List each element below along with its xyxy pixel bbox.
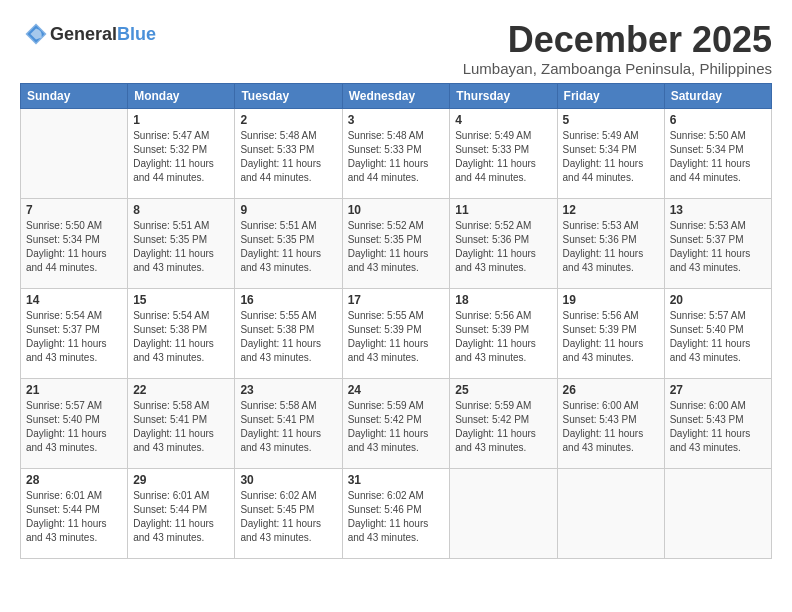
calendar-cell: 3Sunrise: 5:48 AMSunset: 5:33 PMDaylight…	[342, 108, 450, 198]
calendar-cell: 23Sunrise: 5:58 AMSunset: 5:41 PMDayligh…	[235, 378, 342, 468]
day-info: Sunrise: 5:57 AMSunset: 5:40 PMDaylight:…	[26, 399, 122, 455]
day-info: Sunrise: 6:01 AMSunset: 5:44 PMDaylight:…	[133, 489, 229, 545]
calendar-cell: 17Sunrise: 5:55 AMSunset: 5:39 PMDayligh…	[342, 288, 450, 378]
day-info: Sunrise: 5:50 AMSunset: 5:34 PMDaylight:…	[670, 129, 766, 185]
calendar-week-row: 28Sunrise: 6:01 AMSunset: 5:44 PMDayligh…	[21, 468, 772, 558]
day-info: Sunrise: 5:59 AMSunset: 5:42 PMDaylight:…	[348, 399, 445, 455]
day-number: 24	[348, 383, 445, 397]
day-info: Sunrise: 5:53 AMSunset: 5:37 PMDaylight:…	[670, 219, 766, 275]
calendar-table: SundayMondayTuesdayWednesdayThursdayFrid…	[20, 83, 772, 559]
day-info: Sunrise: 5:47 AMSunset: 5:32 PMDaylight:…	[133, 129, 229, 185]
page-header: GeneralBlue December 2025 Lumbayan, Zamb…	[20, 20, 772, 77]
day-number: 16	[240, 293, 336, 307]
calendar-cell: 9Sunrise: 5:51 AMSunset: 5:35 PMDaylight…	[235, 198, 342, 288]
day-number: 11	[455, 203, 551, 217]
day-info: Sunrise: 5:59 AMSunset: 5:42 PMDaylight:…	[455, 399, 551, 455]
calendar-cell: 1Sunrise: 5:47 AMSunset: 5:32 PMDaylight…	[128, 108, 235, 198]
day-info: Sunrise: 5:51 AMSunset: 5:35 PMDaylight:…	[240, 219, 336, 275]
day-info: Sunrise: 5:55 AMSunset: 5:39 PMDaylight:…	[348, 309, 445, 365]
calendar-cell: 10Sunrise: 5:52 AMSunset: 5:35 PMDayligh…	[342, 198, 450, 288]
day-info: Sunrise: 5:49 AMSunset: 5:33 PMDaylight:…	[455, 129, 551, 185]
month-year-title: December 2025	[463, 20, 772, 60]
logo-icon	[22, 20, 50, 48]
day-info: Sunrise: 5:48 AMSunset: 5:33 PMDaylight:…	[240, 129, 336, 185]
day-info: Sunrise: 5:50 AMSunset: 5:34 PMDaylight:…	[26, 219, 122, 275]
calendar-cell: 24Sunrise: 5:59 AMSunset: 5:42 PMDayligh…	[342, 378, 450, 468]
day-number: 28	[26, 473, 122, 487]
weekday-header-wednesday: Wednesday	[342, 83, 450, 108]
logo-general-text: General	[50, 24, 117, 44]
calendar-cell	[557, 468, 664, 558]
day-info: Sunrise: 5:52 AMSunset: 5:36 PMDaylight:…	[455, 219, 551, 275]
day-number: 5	[563, 113, 659, 127]
day-info: Sunrise: 6:00 AMSunset: 5:43 PMDaylight:…	[670, 399, 766, 455]
location-subtitle: Lumbayan, Zamboanga Peninsula, Philippin…	[463, 60, 772, 77]
calendar-cell	[664, 468, 771, 558]
calendar-cell: 22Sunrise: 5:58 AMSunset: 5:41 PMDayligh…	[128, 378, 235, 468]
calendar-cell: 20Sunrise: 5:57 AMSunset: 5:40 PMDayligh…	[664, 288, 771, 378]
day-info: Sunrise: 5:57 AMSunset: 5:40 PMDaylight:…	[670, 309, 766, 365]
calendar-cell: 8Sunrise: 5:51 AMSunset: 5:35 PMDaylight…	[128, 198, 235, 288]
day-info: Sunrise: 5:58 AMSunset: 5:41 PMDaylight:…	[240, 399, 336, 455]
calendar-week-row: 14Sunrise: 5:54 AMSunset: 5:37 PMDayligh…	[21, 288, 772, 378]
calendar-cell: 19Sunrise: 5:56 AMSunset: 5:39 PMDayligh…	[557, 288, 664, 378]
day-number: 25	[455, 383, 551, 397]
calendar-cell: 11Sunrise: 5:52 AMSunset: 5:36 PMDayligh…	[450, 198, 557, 288]
day-info: Sunrise: 5:53 AMSunset: 5:36 PMDaylight:…	[563, 219, 659, 275]
day-number: 2	[240, 113, 336, 127]
day-number: 14	[26, 293, 122, 307]
logo-blue-text: Blue	[117, 24, 156, 44]
day-info: Sunrise: 5:56 AMSunset: 5:39 PMDaylight:…	[455, 309, 551, 365]
logo: GeneralBlue	[20, 20, 156, 48]
calendar-cell: 29Sunrise: 6:01 AMSunset: 5:44 PMDayligh…	[128, 468, 235, 558]
calendar-cell: 27Sunrise: 6:00 AMSunset: 5:43 PMDayligh…	[664, 378, 771, 468]
day-info: Sunrise: 5:49 AMSunset: 5:34 PMDaylight:…	[563, 129, 659, 185]
day-info: Sunrise: 5:58 AMSunset: 5:41 PMDaylight:…	[133, 399, 229, 455]
weekday-header-sunday: Sunday	[21, 83, 128, 108]
day-number: 27	[670, 383, 766, 397]
weekday-header-saturday: Saturday	[664, 83, 771, 108]
calendar-cell: 25Sunrise: 5:59 AMSunset: 5:42 PMDayligh…	[450, 378, 557, 468]
calendar-cell	[450, 468, 557, 558]
calendar-cell: 15Sunrise: 5:54 AMSunset: 5:38 PMDayligh…	[128, 288, 235, 378]
day-number: 31	[348, 473, 445, 487]
day-number: 29	[133, 473, 229, 487]
weekday-header-tuesday: Tuesday	[235, 83, 342, 108]
day-number: 20	[670, 293, 766, 307]
day-number: 3	[348, 113, 445, 127]
day-number: 4	[455, 113, 551, 127]
day-number: 15	[133, 293, 229, 307]
weekday-header-row: SundayMondayTuesdayWednesdayThursdayFrid…	[21, 83, 772, 108]
calendar-cell: 16Sunrise: 5:55 AMSunset: 5:38 PMDayligh…	[235, 288, 342, 378]
day-number: 6	[670, 113, 766, 127]
day-info: Sunrise: 5:56 AMSunset: 5:39 PMDaylight:…	[563, 309, 659, 365]
calendar-cell: 18Sunrise: 5:56 AMSunset: 5:39 PMDayligh…	[450, 288, 557, 378]
day-number: 30	[240, 473, 336, 487]
calendar-cell: 21Sunrise: 5:57 AMSunset: 5:40 PMDayligh…	[21, 378, 128, 468]
day-number: 22	[133, 383, 229, 397]
calendar-cell: 13Sunrise: 5:53 AMSunset: 5:37 PMDayligh…	[664, 198, 771, 288]
day-info: Sunrise: 5:54 AMSunset: 5:37 PMDaylight:…	[26, 309, 122, 365]
calendar-cell: 5Sunrise: 5:49 AMSunset: 5:34 PMDaylight…	[557, 108, 664, 198]
day-number: 8	[133, 203, 229, 217]
day-info: Sunrise: 6:00 AMSunset: 5:43 PMDaylight:…	[563, 399, 659, 455]
weekday-header-thursday: Thursday	[450, 83, 557, 108]
calendar-cell: 6Sunrise: 5:50 AMSunset: 5:34 PMDaylight…	[664, 108, 771, 198]
day-info: Sunrise: 5:52 AMSunset: 5:35 PMDaylight:…	[348, 219, 445, 275]
day-info: Sunrise: 5:48 AMSunset: 5:33 PMDaylight:…	[348, 129, 445, 185]
weekday-header-friday: Friday	[557, 83, 664, 108]
calendar-cell: 4Sunrise: 5:49 AMSunset: 5:33 PMDaylight…	[450, 108, 557, 198]
day-number: 13	[670, 203, 766, 217]
calendar-cell: 31Sunrise: 6:02 AMSunset: 5:46 PMDayligh…	[342, 468, 450, 558]
calendar-week-row: 21Sunrise: 5:57 AMSunset: 5:40 PMDayligh…	[21, 378, 772, 468]
day-info: Sunrise: 5:55 AMSunset: 5:38 PMDaylight:…	[240, 309, 336, 365]
day-number: 1	[133, 113, 229, 127]
day-info: Sunrise: 5:54 AMSunset: 5:38 PMDaylight:…	[133, 309, 229, 365]
calendar-cell: 30Sunrise: 6:02 AMSunset: 5:45 PMDayligh…	[235, 468, 342, 558]
day-info: Sunrise: 5:51 AMSunset: 5:35 PMDaylight:…	[133, 219, 229, 275]
day-info: Sunrise: 6:02 AMSunset: 5:45 PMDaylight:…	[240, 489, 336, 545]
calendar-cell: 14Sunrise: 5:54 AMSunset: 5:37 PMDayligh…	[21, 288, 128, 378]
day-number: 23	[240, 383, 336, 397]
day-number: 7	[26, 203, 122, 217]
day-number: 18	[455, 293, 551, 307]
